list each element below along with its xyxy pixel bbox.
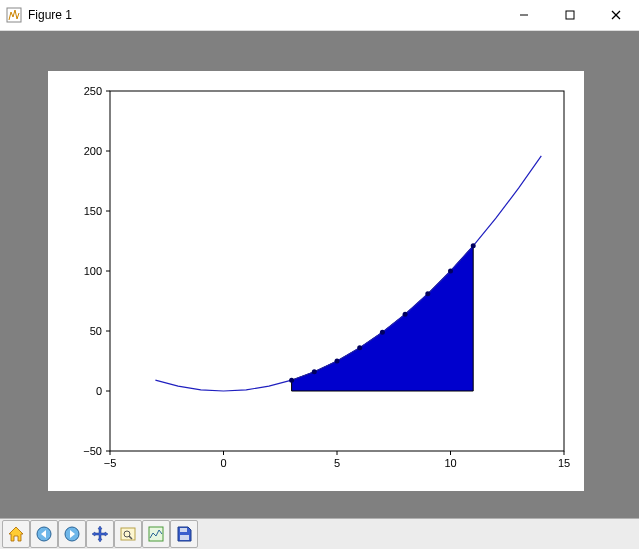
- x-tick-label: 0: [220, 457, 226, 469]
- figure-window: Figure 1 −5051015−50050100150200250: [0, 0, 639, 549]
- svg-rect-30: [121, 528, 135, 540]
- y-tick-label: 50: [62, 325, 102, 337]
- pan-button[interactable]: [86, 520, 114, 548]
- y-tick-label: 200: [62, 145, 102, 157]
- plot-svg: [48, 71, 584, 491]
- svg-point-21: [335, 359, 340, 364]
- svg-point-23: [380, 330, 385, 335]
- x-tick-label: −5: [104, 457, 117, 469]
- y-tick-label: 100: [62, 265, 102, 277]
- svg-point-22: [357, 345, 362, 350]
- titlebar: Figure 1: [0, 0, 639, 31]
- x-tick-label: 5: [334, 457, 340, 469]
- maximize-button[interactable]: [547, 0, 593, 30]
- nav-toolbar: [0, 518, 639, 549]
- svg-point-20: [312, 369, 317, 374]
- save-button[interactable]: [170, 520, 198, 548]
- y-tick-label: −50: [62, 445, 102, 457]
- svg-point-27: [471, 243, 476, 248]
- svg-point-26: [448, 269, 453, 274]
- svg-rect-33: [149, 527, 163, 541]
- home-button[interactable]: [2, 520, 30, 548]
- svg-point-19: [289, 378, 294, 383]
- pan-icon: [91, 525, 109, 543]
- svg-rect-34: [180, 528, 187, 532]
- plot-axes: [48, 71, 584, 491]
- minimize-button[interactable]: [501, 0, 547, 30]
- y-tick-label: 250: [62, 85, 102, 97]
- close-button[interactable]: [593, 0, 639, 30]
- y-tick-label: 150: [62, 205, 102, 217]
- svg-rect-35: [180, 535, 189, 540]
- zoom-button[interactable]: [114, 520, 142, 548]
- app-icon: [6, 7, 22, 23]
- back-icon: [35, 525, 53, 543]
- svg-rect-2: [566, 11, 574, 19]
- svg-point-24: [403, 312, 408, 317]
- y-tick-label: 0: [62, 385, 102, 397]
- forward-button[interactable]: [58, 520, 86, 548]
- figure-canvas[interactable]: −5051015−50050100150200250: [0, 31, 639, 518]
- home-icon: [7, 525, 25, 543]
- x-tick-label: 15: [558, 457, 570, 469]
- forward-icon: [63, 525, 81, 543]
- svg-point-25: [425, 291, 430, 296]
- x-tick-label: 10: [444, 457, 456, 469]
- subplots-icon: [147, 525, 165, 543]
- subplots-button[interactable]: [142, 520, 170, 548]
- window-title: Figure 1: [28, 8, 501, 22]
- save-icon: [175, 525, 193, 543]
- zoom-icon: [119, 525, 137, 543]
- svg-rect-5: [110, 91, 564, 451]
- back-button[interactable]: [30, 520, 58, 548]
